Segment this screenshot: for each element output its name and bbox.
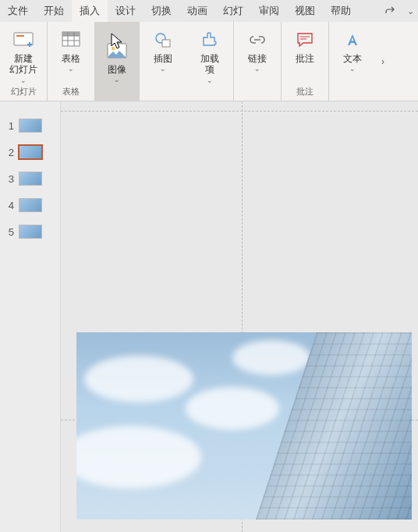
tab-review[interactable]: 审阅 [251,0,287,22]
cloud-shape [186,387,279,430]
svg-point-7 [112,47,115,50]
share-button[interactable] [377,0,402,22]
comment-icon [296,28,314,51]
addins-icon [200,28,219,51]
share-icon [384,5,396,17]
tab-help[interactable]: 帮助 [323,0,359,22]
dropdown-caret-icon: ⌄ [68,65,74,73]
thumbnail-row[interactable]: 5 [0,218,60,245]
addins-button[interactable]: 加载 项 ⌄ [190,27,230,86]
svg-rect-9 [162,40,170,47]
images-label: 图像 [108,64,126,75]
picture-icon [107,39,127,62]
ribbon-group-label: 幻灯片 [11,86,37,101]
thumbnail-row[interactable]: 3 [0,165,60,192]
slide-image-placeholder[interactable] [76,332,412,520]
guide-horizontal [61,111,418,112]
ribbon-group-label [208,88,211,101]
illustrations-label: 插图 [154,53,172,64]
thumbnail-number: 4 [5,200,14,211]
ribbon-group-comments: 批注 批注 [282,22,329,101]
tab-slideshow[interactable]: 幻灯 [215,0,251,22]
table-button[interactable]: 表格 ⌄ [51,27,91,74]
dropdown-caret-icon: ⌄ [160,65,166,73]
new-slide-icon [12,28,34,51]
dropdown-caret-icon: ⌄ [114,76,120,83]
thumbnail-number: 2 [5,147,14,158]
cloud-shape [232,340,310,375]
tab-animations[interactable]: 动画 [179,0,215,22]
thumbnail-row[interactable]: 1 [0,112,60,139]
thumbnail-preview [19,198,42,212]
dropdown-caret-icon: ⌄ [254,65,260,73]
main-area: 1 2 3 4 5 [0,101,418,532]
text-label: 文本 [343,53,362,64]
ribbon-group-label: 表格 [62,86,80,101]
thumbnail-preview [19,225,42,239]
dropdown-caret-icon: ⌄ [207,76,213,84]
ribbon-group-links-wrap: 链接 ⌄ [234,22,282,101]
dropdown-caret-icon: ⌄ [20,76,27,84]
slide-canvas[interactable] [61,101,418,532]
text-icon [344,28,361,51]
comments-button[interactable]: 批注 [285,27,325,66]
tab-transitions[interactable]: 切换 [143,0,179,22]
dropdown-caret-icon: ⌄ [349,65,356,73]
thumbnail-preview [19,145,42,159]
thumbnail-row[interactable]: 4 [0,192,60,218]
comments-label: 批注 [296,53,314,64]
ribbon-group-text-wrap: 文本 ⌄ [329,22,376,101]
ribbon-collapse-button[interactable]: ⌄ [402,0,418,22]
ribbon-group-label [351,88,353,101]
thumbnail-number: 3 [5,173,14,185]
ribbon-group-addins-wrap: 加载 项 ⌄ [186,22,234,101]
thumbnail-number: 5 [5,226,14,238]
images-button[interactable]: 图像 ⌄ [95,22,139,101]
tab-bar: 文件 开始 插入 设计 切换 动画 幻灯 审阅 视图 帮助 ⌄ [0,0,418,22]
link-icon [247,28,267,51]
new-slide-button[interactable]: 新建 幻灯片 ⌄ [3,27,44,86]
thumbnail-preview [19,172,42,186]
ribbon-group-label [256,88,258,101]
ribbon-group-slides: 新建 幻灯片 ⌄ 幻灯片 [0,22,48,101]
links-label: 链接 [248,53,267,64]
ribbon-group-label [161,88,164,101]
cloud-shape [84,356,193,403]
table-label: 表格 [62,53,80,64]
text-button[interactable]: 文本 ⌄ [332,27,373,74]
ribbon-group-label: 批注 [296,86,314,101]
ribbon: 新建 幻灯片 ⌄ 幻灯片 表格 ⌄ 表格 图像 ⌄ [0,22,418,101]
new-slide-label: 新建 幻灯片 [9,53,37,76]
ribbon-group-tables: 表格 ⌄ 表格 [48,22,95,101]
illustrations-button[interactable]: 插图 ⌄ [143,27,183,74]
table-icon [62,28,80,51]
thumbnail-preview [19,119,42,133]
tab-insert[interactable]: 插入 [72,0,108,22]
shapes-icon [154,28,172,51]
ribbon-scroll-right[interactable]: › [376,22,390,101]
ribbon-group-illustrations-wrap: 插图 ⌄ [140,22,186,101]
tab-file[interactable]: 文件 [0,0,36,22]
slide-thumbnail-panel[interactable]: 1 2 3 4 5 [0,101,61,532]
svg-rect-5 [62,32,80,36]
thumbnail-number: 1 [5,120,14,132]
tab-view[interactable]: 视图 [287,0,323,22]
ribbon-group-images: 图像 ⌄ [95,22,140,101]
links-button[interactable]: 链接 ⌄ [237,27,278,74]
addins-label: 加载 项 [200,53,219,76]
tab-design[interactable]: 设计 [108,0,143,22]
svg-rect-1 [16,35,24,37]
tab-home[interactable]: 开始 [36,0,72,22]
thumbnail-row[interactable]: 2 [0,139,60,165]
